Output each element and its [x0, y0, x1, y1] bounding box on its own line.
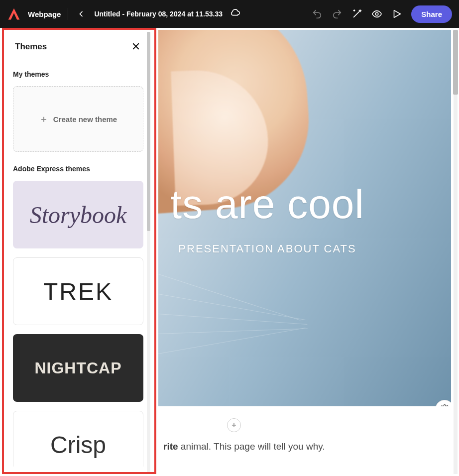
express-themes-heading: Adobe Express themes — [13, 165, 143, 173]
play-icon — [391, 8, 402, 19]
back-button[interactable] — [75, 8, 87, 20]
app-type-label: Webpage — [28, 10, 61, 18]
magic-wand-icon — [351, 8, 362, 19]
create-new-theme-button[interactable]: ＋ Create new theme — [13, 86, 143, 152]
document-title[interactable]: Untitled - February 08, 2024 at 11.53.33 — [94, 10, 223, 18]
divider — [68, 8, 68, 20]
share-button[interactable]: Share — [411, 5, 452, 23]
canvas-preview[interactable]: ts are cool PRESENTATION ABOUT CATS + ri… — [158, 28, 459, 476]
undo-button[interactable] — [312, 8, 323, 19]
chevron-left-icon — [77, 10, 85, 18]
redo-button[interactable] — [332, 8, 343, 19]
add-content-button[interactable]: + — [227, 418, 241, 432]
hero-title-text[interactable]: ts are cool — [170, 181, 364, 228]
hero-subtitle-text[interactable]: PRESENTATION ABOUT CATS — [178, 242, 356, 255]
theme-storybook[interactable]: Storybook — [13, 181, 143, 248]
theme-crisp[interactable]: Crisp — [13, 411, 143, 467]
plus-icon: ＋ — [39, 113, 48, 125]
body-text-section[interactable]: + rite animal. This page will tell you w… — [158, 406, 451, 452]
theme-label: Storybook — [30, 201, 127, 229]
eye-icon — [371, 8, 382, 19]
undo-icon — [312, 8, 323, 19]
theme-label: Crisp — [50, 431, 106, 459]
adobe-logo-icon — [7, 7, 21, 21]
preview-button[interactable] — [371, 8, 382, 19]
my-themes-heading: My themes — [13, 70, 143, 78]
svg-point-0 — [376, 12, 379, 15]
theme-nightcap[interactable]: NIGHTCAP — [13, 334, 143, 402]
body-paragraph[interactable]: rite animal. This page will tell you why… — [163, 441, 451, 452]
create-theme-label: Create new theme — [53, 115, 117, 123]
top-bar: Webpage Untitled - February 08, 2024 at … — [0, 0, 459, 28]
panel-title: Themes — [15, 42, 47, 52]
close-icon — [131, 42, 140, 51]
play-button[interactable] — [391, 8, 402, 19]
workspace: Themes My themes ＋ Create new theme Adob… — [0, 28, 459, 476]
panel-scrollbar-thumb[interactable] — [147, 32, 150, 231]
hero-section[interactable]: ts are cool PRESENTATION ABOUT CATS — [158, 30, 451, 406]
cloud-sync-icon[interactable] — [230, 7, 240, 20]
theme-label: TREK — [43, 278, 113, 305]
redo-icon — [332, 8, 343, 19]
theme-label: NIGHTCAP — [34, 359, 121, 377]
canvas-scrollbar-track[interactable] — [454, 30, 458, 474]
theme-trek[interactable]: TREK — [13, 257, 143, 325]
themes-panel: Themes My themes ＋ Create new theme Adob… — [6, 30, 150, 472]
close-panel-button[interactable] — [131, 42, 141, 52]
magic-wand-button[interactable] — [351, 8, 362, 19]
themes-panel-region: Themes My themes ＋ Create new theme Adob… — [0, 28, 158, 476]
canvas-scrollbar-thumb[interactable] — [453, 30, 458, 95]
